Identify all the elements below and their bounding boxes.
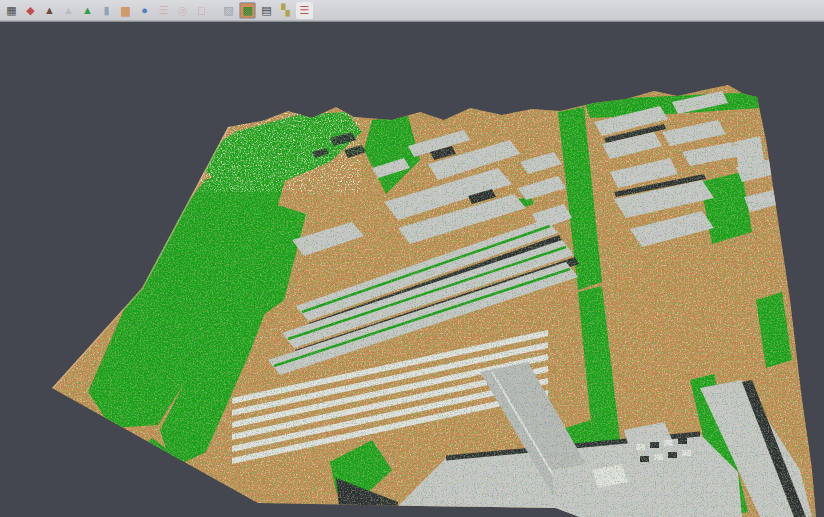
toolbar-separator (211, 2, 219, 19)
marker-flags-icon: ▚ (281, 3, 289, 18)
profile-view-icon: ▮ (103, 3, 109, 18)
globe-view-icon: ● (141, 3, 148, 18)
orthophoto-icon: ▆ (121, 3, 129, 18)
terrain-model-button[interactable]: ▲ (41, 2, 58, 19)
viewport (0, 22, 824, 517)
point-cloud-gray-button[interactable]: ▨ (220, 2, 237, 19)
layer-list-icon: ☰ (159, 3, 169, 18)
point-cloud-3d-scene[interactable] (0, 22, 824, 517)
terrain-flat-button[interactable]: ▲ (60, 2, 77, 19)
circle-select-icon: ◎ (178, 3, 188, 18)
terrain-vegetation-icon: ▲ (82, 3, 93, 18)
register-points-button[interactable]: ◆ (22, 2, 39, 19)
classification-display-button[interactable]: ▩ (239, 2, 256, 19)
terrain-flat-icon: ▲ (63, 3, 74, 18)
globe-view-button[interactable]: ● (136, 2, 153, 19)
terrain (40, 78, 824, 517)
point-cloud-gray-icon: ▨ (223, 3, 233, 18)
measure-tool-icon: ☰ (300, 3, 310, 18)
texture-display-button[interactable]: ▦ (3, 2, 20, 19)
camera-positions-button[interactable]: ▤ (258, 2, 275, 19)
camera-positions-icon: ▤ (261, 3, 271, 18)
terrain-vegetation-button[interactable]: ▲ (79, 2, 96, 19)
rectangle-select-icon: ◻ (197, 3, 206, 18)
terrain-model-icon: ▲ (44, 3, 55, 18)
rectangle-select-button[interactable]: ◻ (193, 2, 210, 19)
profile-view-button[interactable]: ▮ (98, 2, 115, 19)
classification-display-icon: ▩ (242, 3, 252, 18)
measure-tool-button[interactable]: ☰ (296, 2, 313, 19)
orthophoto-button[interactable]: ▆ (117, 2, 134, 19)
toolbar: ▦◆▲▲▲▮▆●☰◎◻▨▩▤▚☰ (0, 0, 824, 21)
register-points-icon: ◆ (26, 3, 34, 18)
circle-select-button[interactable]: ◎ (174, 2, 191, 19)
marker-flags-button[interactable]: ▚ (277, 2, 294, 19)
layer-list-button[interactable]: ☰ (155, 2, 172, 19)
texture-display-icon: ▦ (6, 3, 16, 18)
application-window: ▦◆▲▲▲▮▆●☰◎◻▨▩▤▚☰ (0, 0, 824, 517)
